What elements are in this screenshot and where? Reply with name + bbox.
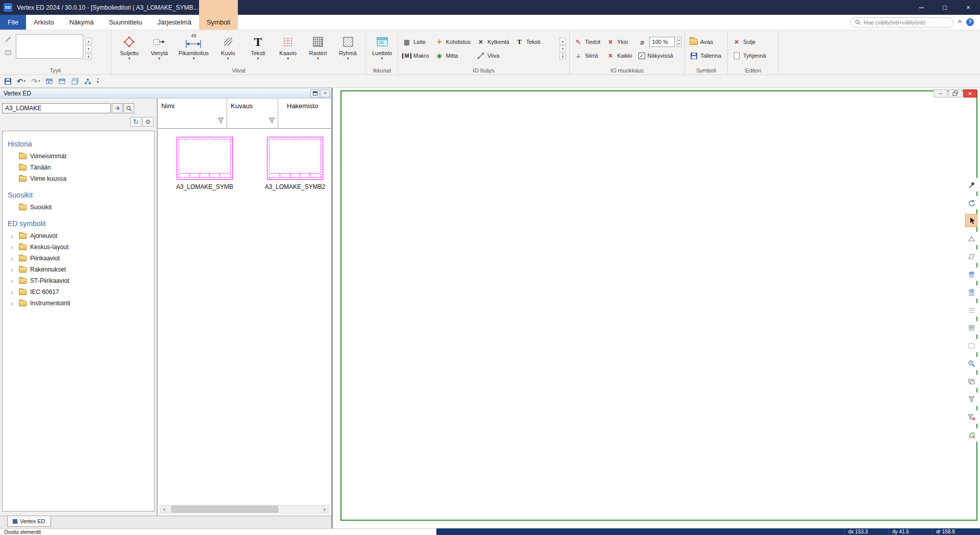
style-pick-button[interactable] bbox=[3, 34, 13, 44]
drawing-canvas[interactable]: ─ × bbox=[333, 88, 980, 528]
zoom-tool-button[interactable] bbox=[965, 357, 977, 370]
tree-item-rakennukset[interactable]: ›Rakennukset bbox=[3, 264, 154, 275]
lines-tool-button[interactable] bbox=[965, 303, 977, 317]
window-back-button[interactable] bbox=[44, 76, 55, 86]
io-teksti-button[interactable]: T Teksti bbox=[514, 37, 542, 47]
makro-button[interactable]: M Makro bbox=[401, 51, 431, 61]
tree-item-keskus-layout[interactable]: ›Keskus-layout bbox=[3, 241, 154, 253]
tree-item-suosikit[interactable]: Suosikit bbox=[3, 202, 154, 213]
column-header-hakemisto[interactable]: Hakemisto bbox=[278, 99, 331, 128]
cascade-windows-button[interactable] bbox=[70, 76, 80, 86]
search-magnifier-button[interactable] bbox=[124, 103, 134, 113]
menu-item-nakyma[interactable]: Näkymä bbox=[62, 15, 102, 30]
nakyvissa-checkbox[interactable]: ✓ Näkyvissä bbox=[637, 51, 683, 61]
menu-item-suunnittelu[interactable]: Suunnittelu bbox=[101, 15, 150, 30]
tree-item-ajoneuvot[interactable]: ›Ajoneuvot bbox=[3, 230, 154, 241]
filter-remove-tool-button[interactable] bbox=[965, 410, 977, 424]
scrollbar-thumb[interactable] bbox=[172, 506, 278, 513]
mitta-button[interactable]: ◉ Mitta bbox=[434, 51, 472, 61]
ribbon-search-input[interactable] bbox=[864, 19, 946, 26]
pin-tool-button[interactable] bbox=[965, 178, 977, 191]
window-new-button[interactable] bbox=[57, 76, 67, 86]
scrollbar-track[interactable] bbox=[168, 505, 321, 513]
polygon-tool-button[interactable] bbox=[965, 428, 977, 442]
sulje-button[interactable]: × Sulje bbox=[731, 37, 768, 47]
laite-button[interactable]: ▦ Laite bbox=[401, 37, 431, 47]
skew-tool-button[interactable] bbox=[965, 250, 977, 263]
ribbon-search-box[interactable] bbox=[850, 17, 953, 28]
suljettu-button[interactable]: Suljettu ▾ bbox=[117, 33, 141, 67]
close-button[interactable]: × bbox=[957, 0, 980, 15]
tree-item-st-piirikaaviot[interactable]: ›ST-Piirikaaviot bbox=[3, 275, 154, 286]
io-expand-button[interactable]: ▾ bbox=[559, 53, 566, 60]
document-close-button[interactable]: × bbox=[963, 89, 977, 98]
kuvio-button[interactable]: Kuvio ▾ bbox=[216, 33, 240, 67]
scroll-right-button[interactable]: › bbox=[321, 505, 329, 513]
rasteri-button[interactable]: Rasteri ▾ bbox=[306, 33, 330, 67]
column-header-kuvaus[interactable]: Kuvaus bbox=[227, 99, 278, 128]
layers-tool-button[interactable] bbox=[965, 268, 977, 281]
collapse-ribbon-button[interactable]: ^ bbox=[958, 19, 962, 26]
expand-chevron-icon[interactable]: › bbox=[11, 278, 19, 284]
dock-tab-vertex-ed[interactable]: Vertex ED bbox=[7, 516, 51, 527]
refresh-button[interactable]: ↻ bbox=[130, 117, 141, 127]
tree-item-iec-60617[interactable]: ›IEC 60617 bbox=[3, 286, 154, 298]
style-scroll-down-button[interactable]: ▾ bbox=[85, 45, 92, 52]
ryhma-button[interactable]: Ryhmä ▾ bbox=[336, 33, 360, 67]
filter-nimi-button[interactable] bbox=[217, 116, 224, 126]
style-scroll-up-button[interactable]: ▴ bbox=[85, 38, 92, 44]
rotate-tool-button[interactable] bbox=[965, 196, 977, 209]
style-gallery-expand-button[interactable]: ▾ bbox=[85, 53, 92, 60]
kytkenta-button[interactable]: × Kytkentä bbox=[475, 37, 511, 47]
tyhjenna-button[interactable]: Tyhjennä bbox=[731, 51, 768, 61]
tree-item-instrumentointi[interactable]: ›Instrumentointi bbox=[3, 298, 154, 309]
expand-chevron-icon[interactable]: › bbox=[11, 300, 19, 307]
tree-item-piirikaaviot[interactable]: ›Piirikaaviot bbox=[3, 253, 154, 264]
horizontal-scrollbar[interactable]: ‹ › bbox=[160, 505, 329, 514]
column-header-nimi[interactable]: Nimi bbox=[158, 99, 227, 128]
hierarchy-button[interactable] bbox=[83, 76, 93, 86]
select-tool-button[interactable] bbox=[965, 214, 977, 227]
settings-button[interactable]: ⚙ bbox=[142, 117, 154, 127]
filter-kuvaus-button[interactable] bbox=[268, 116, 275, 126]
tallenna-button[interactable]: Tallenna bbox=[688, 51, 723, 61]
menu-item-arkisto[interactable]: Arkisto bbox=[26, 15, 62, 30]
symbol-card-a3-lomake-symb2[interactable]: A3_LOMAKE_SYMB2 bbox=[267, 137, 323, 190]
expand-chevron-icon[interactable]: › bbox=[11, 233, 19, 239]
expand-chevron-icon[interactable]: › bbox=[11, 289, 19, 296]
document-minimize-button[interactable]: ─ bbox=[934, 89, 947, 98]
kaavio-button[interactable]: Kaavio ▾ bbox=[276, 33, 300, 67]
dock-pin-button[interactable] bbox=[310, 89, 320, 98]
triangle-tool-button[interactable] bbox=[965, 232, 977, 245]
layer-lines-tool-button[interactable] bbox=[965, 285, 977, 299]
document-restore-button[interactable] bbox=[948, 89, 962, 98]
viiva-button[interactable]: Viiva bbox=[475, 51, 511, 61]
dock-canvas-divider[interactable] bbox=[331, 88, 333, 528]
pikamitoitus-button[interactable]: 45 Pikamitoitus ▾ bbox=[177, 33, 210, 67]
menu-item-file[interactable]: File bbox=[0, 15, 26, 30]
redo-button[interactable]: ↷ ▾ bbox=[30, 76, 41, 86]
menu-item-symboli[interactable]: Symboli bbox=[199, 15, 238, 30]
avaa-button[interactable]: Avaa bbox=[688, 37, 723, 47]
symbol-card-a3-lomake-symb[interactable]: A3_LOMAKE_SYMB bbox=[177, 137, 233, 190]
maximize-button[interactable]: □ bbox=[933, 0, 957, 15]
tree-item-viimeisimmat[interactable]: Viimeisimmät bbox=[3, 151, 154, 162]
minimize-button[interactable]: ─ bbox=[910, 0, 933, 15]
undo-button[interactable]: ↶ ▾ bbox=[15, 76, 27, 86]
filter-tool-button[interactable] bbox=[965, 393, 977, 406]
menu-item-jarjestelma[interactable]: Järjestelmä bbox=[150, 15, 199, 30]
expand-chevron-icon[interactable]: › bbox=[11, 266, 19, 273]
teksti-button[interactable]: T Teksti ▾ bbox=[246, 33, 270, 67]
style-preview-list[interactable] bbox=[16, 34, 83, 59]
zoom-control[interactable]: ⌀ 100 % ▴▾ bbox=[637, 37, 683, 47]
kaikki-button[interactable]: × Kaikki bbox=[605, 51, 633, 61]
copy-rect-tool-button[interactable] bbox=[965, 375, 977, 388]
marquee-tool-button[interactable] bbox=[965, 339, 977, 352]
tree-item-tanaan[interactable]: Tänään bbox=[3, 162, 154, 173]
kohdistus-button[interactable]: + Kohdistus bbox=[434, 37, 472, 47]
multilines-tool-button[interactable] bbox=[965, 321, 977, 334]
io-scroll-up-button[interactable]: ▴ bbox=[559, 38, 566, 44]
luettelo-button[interactable]: Luettelo ▾ bbox=[370, 33, 395, 67]
search-go-button[interactable] bbox=[112, 103, 122, 113]
venyta-button[interactable]: Venytä ▾ bbox=[147, 33, 172, 67]
